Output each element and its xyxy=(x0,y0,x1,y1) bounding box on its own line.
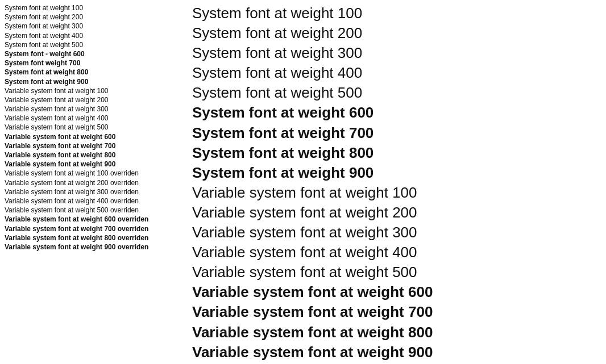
font-line: Variable system font at weight 100 overr… xyxy=(5,169,175,178)
font-line: Variable system font at weight 700 overr… xyxy=(5,224,175,233)
font-line: Variable system font at weight 100 xyxy=(192,183,601,203)
font-line: System font - weight 600 xyxy=(5,49,175,58)
font-line: Variable system font at weight 600 xyxy=(5,132,175,141)
font-line: Variable system font at weight 200 xyxy=(5,95,175,104)
font-line: Variable system font at weight 800 xyxy=(5,150,175,160)
font-line: System font at weight 900 xyxy=(5,77,175,86)
font-line: System font at weight 800 xyxy=(192,143,601,163)
font-line: System font at weight 200 xyxy=(5,12,175,22)
font-line: Variable system font at weight 800 xyxy=(192,323,601,342)
font-line: System font at weight 500 xyxy=(192,83,601,103)
font-line: System font at weight 800 xyxy=(5,68,175,77)
font-line: System font at weight 900 xyxy=(192,163,601,183)
font-line: System font at weight 200 xyxy=(192,23,601,43)
font-line: Variable system font at weight 900 xyxy=(5,160,175,169)
font-line: Variable system font at weight 900 overr… xyxy=(5,242,175,252)
font-line: Variable system font at weight 500 xyxy=(192,262,601,282)
font-line: Variable system font at weight 600 xyxy=(192,282,601,302)
font-line: Variable system font at weight 300 overr… xyxy=(5,187,175,196)
font-line: Variable system font at weight 400 xyxy=(5,114,175,123)
right-column: System font at weight 100System font at … xyxy=(186,3,601,364)
font-line: System font at weight 500 xyxy=(5,40,175,49)
font-line: Variable system font at weight 200 overr… xyxy=(5,178,175,187)
font-line: Variable system font at weight 700 xyxy=(192,302,601,322)
font-line: System font at weight 300 xyxy=(192,43,601,63)
font-line: System font at weight 100 xyxy=(192,3,601,23)
left-variable-overriden-group: Variable system font at weight 100 overr… xyxy=(5,169,175,252)
font-line: Variable system font at weight 300 xyxy=(192,223,601,242)
font-line: Variable system font at weight 400 overr… xyxy=(5,196,175,206)
font-line: System font at weight 100 xyxy=(5,3,175,12)
left-variable-fonts-group: Variable system font at weight 100Variab… xyxy=(5,86,175,169)
font-line: System font at weight 700 xyxy=(192,123,601,143)
font-line: System font at weight 300 xyxy=(5,22,175,31)
font-line: Variable system font at weight 600 overr… xyxy=(5,215,175,224)
left-system-fonts-group: System font at weight 100System font at … xyxy=(5,3,175,86)
font-line: Variable system font at weight 100 xyxy=(5,86,175,95)
right-system-fonts-group: System font at weight 100System font at … xyxy=(192,3,601,183)
font-line: System font at weight 400 xyxy=(5,31,175,40)
font-line: System font at weight 400 xyxy=(192,63,601,83)
left-column: System font at weight 100System font at … xyxy=(5,3,186,364)
font-line: Variable system font at weight 500 overr… xyxy=(5,206,175,215)
font-line: System font weight 700 xyxy=(5,58,175,68)
font-line: Variable system font at weight 200 xyxy=(192,203,601,223)
font-line: System font at weight 600 xyxy=(192,103,601,123)
font-line: Variable system font at weight 900 xyxy=(192,342,601,362)
right-variable-fonts-group: Variable system font at weight 100Variab… xyxy=(192,183,601,362)
font-line: Variable system font at weight 700 xyxy=(5,141,175,150)
font-line: Variable system font at weight 800 overr… xyxy=(5,233,175,242)
font-line: Variable system font at weight 500 xyxy=(5,123,175,132)
font-line: Variable system font at weight 400 xyxy=(192,242,601,262)
font-line: Variable system font at weight 300 xyxy=(5,104,175,114)
